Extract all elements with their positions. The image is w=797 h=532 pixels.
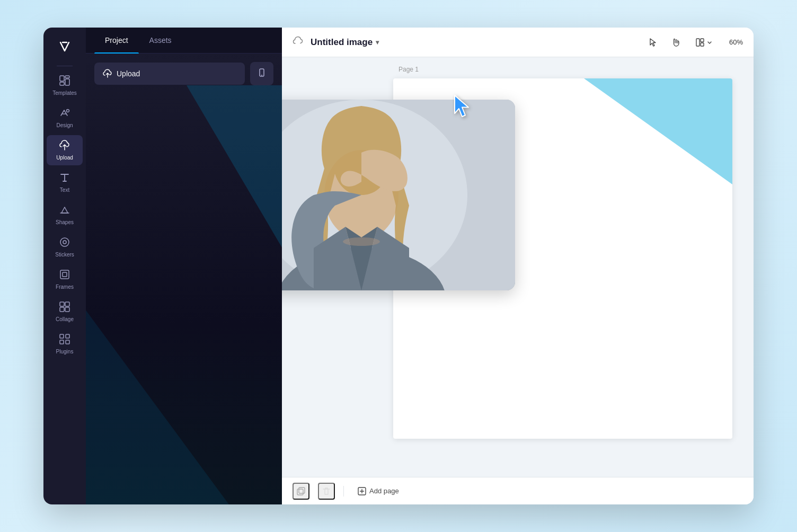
canvas-area: Untitled image ▾ xyxy=(282,28,754,504)
svg-rect-28 xyxy=(297,489,303,495)
svg-rect-8 xyxy=(63,272,67,277)
photo-svg xyxy=(282,100,515,290)
svg-rect-0 xyxy=(60,76,64,81)
design-icon xyxy=(59,107,70,120)
sidebar-item-frames[interactable]: Frames xyxy=(47,264,83,295)
app-logo[interactable] xyxy=(54,36,75,57)
svg-point-6 xyxy=(63,241,66,244)
uploaded-photo[interactable] xyxy=(282,100,515,290)
svg-rect-13 xyxy=(60,334,64,338)
sidebar-item-plugins[interactable]: Plugins xyxy=(47,329,83,359)
bottombar: Add page xyxy=(282,477,754,504)
tab-project[interactable]: Project xyxy=(94,28,139,53)
bg-shape-2 xyxy=(86,303,229,504)
svg-rect-1 xyxy=(65,76,69,78)
templates-icon xyxy=(59,75,70,88)
device-button[interactable] xyxy=(250,62,273,85)
svg-rect-15 xyxy=(60,340,64,344)
text-icon xyxy=(59,172,70,185)
layout-chevron-icon xyxy=(707,38,712,47)
stickers-icon xyxy=(59,236,70,250)
sidebar: Templates Design Upload xyxy=(43,28,86,504)
svg-rect-19 xyxy=(696,39,699,46)
sidebar-item-text[interactable]: Text xyxy=(47,167,83,198)
add-page-icon xyxy=(358,487,366,495)
upload-cloud-icon xyxy=(103,69,112,78)
app-window: Templates Design Upload xyxy=(43,28,754,504)
shapes-icon xyxy=(59,204,70,217)
svg-rect-3 xyxy=(60,82,64,85)
svg-point-4 xyxy=(67,110,69,112)
svg-rect-2 xyxy=(65,79,69,85)
upload-button[interactable]: Upload xyxy=(94,63,245,85)
delete-button[interactable] xyxy=(318,483,335,500)
hand-tool-button[interactable] xyxy=(667,33,686,52)
sidebar-item-templates[interactable]: Templates xyxy=(47,70,83,101)
sidebar-item-shapes[interactable]: Shapes xyxy=(47,200,83,230)
sidebar-item-plugins-label: Plugins xyxy=(56,349,74,355)
sidebar-item-upload[interactable]: Upload xyxy=(47,135,83,165)
svg-rect-21 xyxy=(701,43,704,46)
title-chevron-icon: ▾ xyxy=(376,39,379,46)
sidebar-divider-top xyxy=(57,66,73,66)
svg-rect-7 xyxy=(60,270,69,279)
topbar: Untitled image ▾ xyxy=(282,28,754,57)
svg-rect-9 xyxy=(60,302,64,306)
sidebar-item-design-label: Design xyxy=(56,122,73,129)
svg-rect-29 xyxy=(299,487,305,493)
photo-content xyxy=(282,100,515,290)
svg-rect-10 xyxy=(65,302,69,306)
sidebar-item-collage[interactable]: Collage xyxy=(47,297,83,327)
canvas-triangle-shape xyxy=(584,78,732,184)
panel-content: Upload xyxy=(86,54,282,504)
sidebar-item-upload-label: Upload xyxy=(56,155,73,161)
svg-point-27 xyxy=(343,237,380,246)
panel-tabs: Project Assets xyxy=(86,28,282,54)
upload-icon xyxy=(59,139,70,153)
topbar-tools: 60% xyxy=(643,33,743,52)
frames-icon xyxy=(59,269,70,282)
svg-rect-14 xyxy=(66,334,69,338)
page-label: Page 1 xyxy=(398,66,419,73)
svg-rect-12 xyxy=(65,307,69,312)
bg-shape-1 xyxy=(187,85,282,265)
mobile-icon xyxy=(256,68,267,79)
zoom-level: 60% xyxy=(722,38,743,46)
svg-point-18 xyxy=(261,75,262,76)
canvas-content[interactable]: Page 1 xyxy=(282,57,754,477)
svg-rect-16 xyxy=(66,340,69,344)
cloud-icon xyxy=(293,35,304,49)
sidebar-item-collage-label: Collage xyxy=(56,316,74,323)
bottom-divider xyxy=(343,486,344,496)
svg-rect-20 xyxy=(701,39,704,42)
collage-icon xyxy=(59,301,70,314)
upload-row: Upload xyxy=(94,62,273,85)
sidebar-item-stickers-label: Stickers xyxy=(55,252,74,258)
sidebar-item-templates-label: Templates xyxy=(52,90,77,96)
duplicate-button[interactable] xyxy=(293,483,309,500)
sidebar-item-design[interactable]: Design xyxy=(47,103,83,133)
document-title[interactable]: Untitled image ▾ xyxy=(311,37,379,48)
svg-point-5 xyxy=(60,238,69,246)
add-page-button[interactable]: Add page xyxy=(352,484,404,499)
panel: Project Assets Upload xyxy=(86,28,282,504)
pointer-tool-button[interactable] xyxy=(643,33,662,52)
sidebar-item-text-label: Text xyxy=(60,187,69,193)
sidebar-item-shapes-label: Shapes xyxy=(56,219,74,226)
sidebar-item-stickers[interactable]: Stickers xyxy=(47,232,83,262)
plugins-icon xyxy=(59,333,70,347)
svg-rect-11 xyxy=(60,307,64,312)
sidebar-item-frames-label: Frames xyxy=(56,284,74,290)
layout-tool-button[interactable] xyxy=(690,34,718,50)
tab-assets[interactable]: Assets xyxy=(139,28,182,53)
